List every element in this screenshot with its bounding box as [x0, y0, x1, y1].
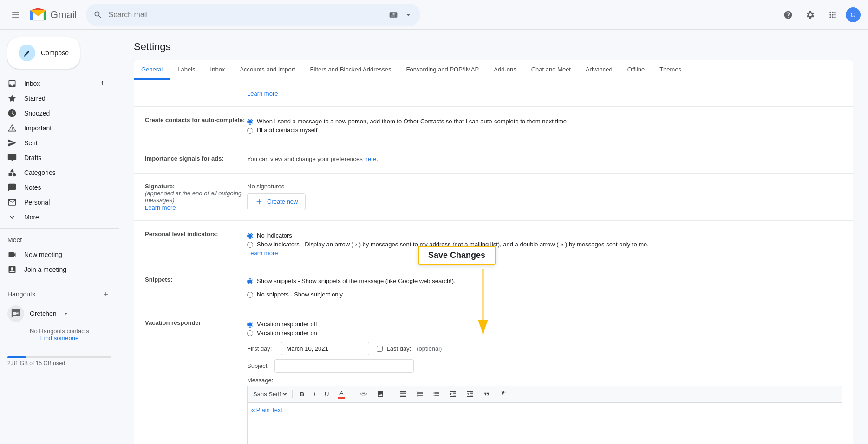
sidebar-item-starred[interactable]: Starred	[0, 91, 111, 106]
tab-offline[interactable]: Offline	[620, 60, 652, 80]
hangouts-title: Hangouts	[7, 289, 111, 300]
manual-add-radio[interactable]	[247, 128, 253, 134]
find-someone-link[interactable]: Find someone	[11, 335, 108, 341]
tab-themes[interactable]: Themes	[652, 60, 689, 80]
vacation-on-label: Vacation responder on	[257, 329, 317, 336]
align-button[interactable]	[396, 388, 411, 400]
subject-input[interactable]	[274, 359, 414, 373]
hangout-username: Gretchen	[30, 310, 57, 317]
sidebar-item-inbox[interactable]: Inbox 1	[0, 76, 111, 91]
show-indicators-option[interactable]: Show indicators - Display an arrow ( › )…	[247, 241, 842, 248]
sidebar-more-label: More	[24, 213, 39, 221]
learn-more-link-top[interactable]: Learn more	[247, 90, 278, 97]
settings-button[interactable]	[801, 6, 820, 24]
keyboard-icon	[389, 10, 398, 19]
show-snippets-radio[interactable]	[247, 278, 253, 284]
importance-here-link[interactable]: here	[364, 155, 376, 162]
app-title: Gmail	[50, 9, 77, 21]
link-button[interactable]	[356, 388, 371, 400]
svg-rect-1	[12, 14, 19, 15]
sidebar-item-new-meeting[interactable]: New meeting	[0, 247, 111, 262]
auto-add-radio[interactable]	[247, 119, 253, 125]
sidebar-item-join-meeting[interactable]: Join a meeting	[0, 262, 111, 277]
sidebar-item-categories[interactable]: Categories	[0, 165, 111, 180]
sidebar-item-personal[interactable]: Personal	[0, 195, 111, 210]
tab-add-ons[interactable]: Add-ons	[486, 60, 523, 80]
text-color-button[interactable]: A	[334, 388, 348, 400]
italic-button[interactable]: I	[310, 389, 319, 399]
no-snippets-radio[interactable]	[247, 292, 253, 298]
hangouts-section: Hangouts Gretchen No Hangouts contacts F…	[0, 285, 119, 349]
importance-signals-label: Importance signals for ads:	[145, 155, 224, 162]
indicators-learn-more[interactable]: Learn more	[247, 250, 842, 257]
quote-button[interactable]	[479, 388, 494, 400]
snippets-label: Snippets:	[145, 276, 172, 283]
toolbar-sep-2	[352, 390, 352, 398]
signature-row: Signature: (appended at the end of all o…	[134, 174, 853, 221]
manual-add-option[interactable]: I'll add contacts myself	[247, 127, 842, 134]
indent-button[interactable]	[446, 388, 461, 400]
tab-general[interactable]: General	[134, 60, 170, 80]
signature-learn-more[interactable]: Learn more	[145, 204, 176, 211]
show-snippets-option[interactable]: Show snippets - Show snippets of the mes…	[247, 277, 842, 284]
message-editor-container: Sans Serif B I U A	[247, 386, 842, 444]
search-input[interactable]	[108, 11, 383, 19]
message-section: Message: Sans Serif B I U	[247, 376, 842, 444]
auto-add-option[interactable]: When I send a message to a new person, a…	[247, 118, 842, 125]
vacation-label: Vacation responder:	[145, 319, 203, 326]
add-hangout-button[interactable]	[100, 289, 111, 300]
first-day-input[interactable]	[281, 342, 369, 355]
vacation-on-option[interactable]: Vacation responder on	[247, 329, 842, 336]
importance-text: You can view and change your preferences…	[247, 155, 378, 162]
vacation-off-radio[interactable]	[247, 322, 253, 328]
sidebar-divider-2	[0, 281, 119, 281]
last-day-checkbox[interactable]	[377, 346, 383, 352]
inbox-icon	[7, 79, 17, 88]
sidebar-item-sent[interactable]: Sent	[0, 135, 111, 150]
apps-button[interactable]	[823, 6, 842, 24]
sidebar-item-notes[interactable]: Notes	[0, 180, 111, 195]
outdent-button[interactable]	[463, 388, 477, 400]
sidebar-item-snoozed[interactable]: Snoozed	[0, 106, 111, 121]
support-button[interactable]	[779, 6, 797, 24]
image-button[interactable]	[373, 388, 388, 400]
sidebar-item-more[interactable]: More	[0, 210, 111, 225]
bold-button[interactable]: B	[296, 389, 308, 399]
toolbar-sep-1	[292, 390, 293, 398]
tab-advanced[interactable]: Advanced	[578, 60, 620, 80]
svg-rect-0	[12, 12, 19, 13]
vacation-on-radio[interactable]	[247, 330, 253, 336]
vacation-responder-row: Vacation responder: Vacation responder o…	[134, 309, 853, 444]
ordered-list-button[interactable]	[412, 388, 427, 400]
menu-icon[interactable]	[7, 6, 26, 24]
show-indicators-radio[interactable]	[247, 242, 253, 248]
avatar[interactable]: G	[846, 7, 861, 22]
no-indicators-option[interactable]: No indicators	[247, 232, 842, 239]
tab-accounts-import[interactable]: Accounts and Import	[232, 60, 302, 80]
unordered-list-button[interactable]	[429, 388, 444, 400]
message-editor-area[interactable]: « Plain Text	[247, 402, 842, 444]
tab-filters[interactable]: Filters and Blocked Addresses	[303, 60, 399, 80]
tab-chat-meet[interactable]: Chat and Meet	[524, 60, 578, 80]
sidebar-item-important[interactable]: Important	[0, 121, 111, 135]
signature-note: (appended at the end of all outgoing mes…	[145, 190, 247, 204]
vacation-off-option[interactable]: Vacation responder off	[247, 321, 842, 328]
create-new-button[interactable]: Create new	[247, 193, 306, 210]
hangout-user-item[interactable]: Gretchen	[7, 303, 111, 324]
underline-button[interactable]: U	[321, 389, 333, 399]
no-snippets-option[interactable]: No snippets - Show subject only.	[247, 291, 842, 298]
search-expand-icon[interactable]	[404, 10, 413, 19]
sidebar-item-drafts[interactable]: Drafts	[0, 150, 111, 165]
tab-forwarding[interactable]: Forwarding and POP/IMAP	[398, 60, 486, 80]
font-family-select[interactable]: Sans Serif	[251, 390, 288, 398]
compose-button[interactable]: Compose	[7, 37, 80, 69]
svg-rect-2	[12, 17, 19, 18]
plain-text-link[interactable]: « Plain Text	[251, 406, 282, 413]
vacation-off-label: Vacation responder off	[257, 321, 317, 328]
remove-format-button[interactable]	[496, 388, 511, 400]
tab-labels[interactable]: Labels	[170, 60, 202, 80]
sidebar-notes-label: Notes	[24, 184, 41, 191]
no-indicators-radio[interactable]	[247, 233, 253, 239]
sidebar-sent-label: Sent	[24, 139, 38, 147]
tab-inbox[interactable]: Inbox	[203, 60, 233, 80]
